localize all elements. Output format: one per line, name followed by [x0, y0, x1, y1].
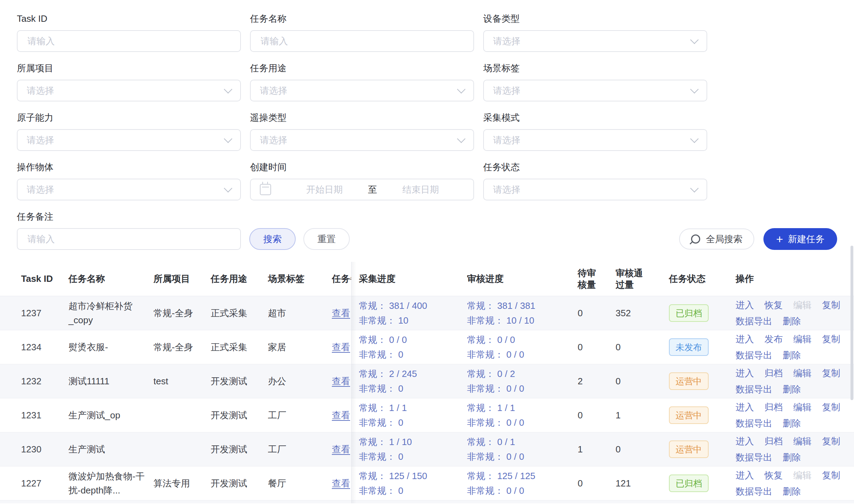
toolbar-right-group: 全局搜索 + 新建任务 — [679, 228, 837, 250]
vertical-scrollbar-thumb[interactable] — [850, 246, 853, 400]
cell-project: test — [153, 364, 211, 398]
filter-select-purpose[interactable]: 请选择 — [250, 80, 474, 101]
view-remark-link[interactable]: 查看 — [332, 307, 350, 319]
action-enter[interactable]: 进入 — [736, 333, 754, 345]
table-row: 1237超市冷鲜柜补货_copy常规-全身正式采集超市查看常规：381 / 40… — [0, 296, 854, 330]
action-edit[interactable]: 编辑 — [793, 367, 812, 379]
action-export[interactable]: 数据导出 — [736, 485, 772, 497]
filter-field-task-id: Task ID — [17, 13, 241, 52]
cell-project — [153, 432, 211, 466]
cell-purpose: 正式采集 — [211, 296, 268, 330]
progress-label: 常规： — [359, 471, 386, 481]
action-delete[interactable]: 删除 — [783, 451, 801, 463]
filter-select-project[interactable]: 请选择 — [17, 80, 241, 101]
filter-input-task-remark[interactable] — [17, 228, 241, 250]
action-enter[interactable]: 进入 — [736, 401, 754, 413]
task-id-value: 1230 — [21, 444, 41, 455]
filter-input-task-id[interactable] — [17, 30, 241, 52]
action-export[interactable]: 数据导出 — [736, 349, 772, 361]
scene-value: 办公 — [268, 374, 286, 388]
filter-select-atomic-capability[interactable]: 请选择 — [17, 129, 241, 151]
new-task-button[interactable]: + 新建任务 — [763, 228, 837, 250]
progress-line: 非常规：0 / 0 — [467, 483, 524, 498]
filter-select-scene-tag[interactable]: 请选择 — [483, 80, 707, 101]
view-remark-link[interactable]: 查看 — [332, 477, 350, 490]
progress-value: 0 / 0 — [506, 383, 524, 394]
cell-review: 常规：0 / 1非常规：0 / 0 — [467, 432, 574, 466]
filter-select-teleop-type[interactable]: 请选择 — [250, 129, 474, 151]
global-search-button[interactable]: 全局搜索 — [679, 228, 754, 250]
filter-select-collect-mode[interactable]: 请选择 — [483, 129, 707, 151]
filter-input-task-name[interactable] — [250, 30, 474, 52]
action-publish[interactable]: 发布 — [764, 333, 783, 345]
view-remark-link[interactable]: 查看 — [332, 341, 350, 353]
action-export[interactable]: 数据导出 — [736, 451, 772, 463]
cell-scene: 工厂 — [268, 432, 332, 466]
cell-purpose: 开发测试 — [211, 364, 268, 398]
task-table: Task ID任务名称所属项目任务用途场景标签任务备注采集进度审核进度待审核量审… — [0, 262, 854, 503]
action-delete[interactable]: 删除 — [783, 315, 801, 327]
action-restore[interactable]: 恢复 — [764, 469, 783, 481]
action-delete[interactable]: 删除 — [783, 485, 801, 497]
action-edit[interactable]: 编辑 — [793, 333, 812, 345]
cell-approved: 121 — [613, 466, 669, 500]
progress-line: 非常规：0 / 0 — [467, 347, 524, 362]
action-restore[interactable]: 恢复 — [764, 299, 783, 311]
column-header-purpose: 任务用途 — [211, 262, 268, 296]
action-export[interactable]: 数据导出 — [736, 315, 772, 327]
action-copy[interactable]: 复制 — [822, 367, 840, 379]
filter-select-device-type[interactable]: 请选择 — [483, 30, 707, 52]
action-copy[interactable]: 复制 — [822, 333, 840, 345]
action-edit[interactable]: 编辑 — [793, 435, 812, 447]
action-copy[interactable]: 复制 — [822, 435, 840, 447]
action-copy[interactable]: 复制 — [822, 401, 840, 413]
action-edit[interactable]: 编辑 — [793, 401, 812, 413]
progress-label: 常规： — [359, 369, 386, 379]
filter-daterange-create-time[interactable]: 开始日期至结束日期 — [250, 179, 474, 200]
progress-value: 0 — [398, 451, 403, 462]
progress-value: 0 / 0 — [506, 349, 524, 360]
progress-label: 非常规： — [359, 383, 395, 394]
action-enter[interactable]: 进入 — [736, 367, 754, 379]
action-enter[interactable]: 进入 — [736, 469, 754, 481]
action-delete[interactable]: 删除 — [783, 349, 801, 361]
progress-label: 常规： — [467, 403, 494, 413]
filter-select-object[interactable]: 请选择 — [17, 179, 241, 200]
action-edit[interactable]: 编辑 — [793, 299, 812, 311]
cell-collect: 常规：2 / 245非常规：0 — [351, 364, 467, 398]
action-delete[interactable]: 删除 — [783, 417, 801, 429]
cell-project: 常规-全身 — [153, 296, 211, 330]
action-archive[interactable]: 归档 — [764, 401, 783, 413]
action-edit[interactable]: 编辑 — [793, 469, 812, 481]
search-button[interactable]: 搜索 — [249, 228, 296, 250]
action-export[interactable]: 数据导出 — [736, 383, 772, 395]
view-remark-link[interactable]: 查看 — [332, 409, 350, 422]
column-header-collect: 采集进度 — [351, 262, 467, 296]
filter-select-task-status[interactable]: 请选择 — [483, 179, 707, 200]
view-remark-link[interactable]: 查看 — [332, 443, 350, 456]
column-header-approved: 审核通过量 — [613, 262, 669, 296]
action-copy[interactable]: 复制 — [822, 469, 840, 481]
action-delete[interactable]: 删除 — [783, 383, 801, 395]
action-enter[interactable]: 进入 — [736, 299, 754, 311]
progress-label: 非常规： — [467, 315, 504, 326]
pending-count: 0 — [578, 342, 583, 353]
progress-label: 常规： — [359, 437, 386, 447]
select-placeholder: 请选择 — [493, 184, 520, 196]
action-archive[interactable]: 归档 — [764, 435, 783, 447]
action-export[interactable]: 数据导出 — [736, 417, 772, 429]
cell-name: 超市冷鲜柜补货_copy — [68, 296, 153, 330]
action-enter[interactable]: 进入 — [736, 435, 754, 447]
approved-count: 0 — [616, 376, 620, 387]
cell-project: 常规-全身 — [153, 330, 211, 364]
reset-button[interactable]: 重置 — [303, 228, 350, 250]
cell-task-id: 1231 — [0, 398, 68, 432]
scene-value: 超市 — [268, 306, 286, 320]
progress-line: 常规：1 / 1 — [359, 400, 407, 415]
action-archive[interactable]: 归档 — [764, 367, 783, 379]
view-remark-link[interactable]: 查看 — [332, 375, 350, 387]
cell-pending: 1 — [574, 432, 613, 466]
column-label: 任务名称 — [68, 273, 105, 285]
action-copy[interactable]: 复制 — [822, 299, 840, 311]
table-row: 1234熨烫衣服-常规-全身正式采集家居查看常规：0 / 0非常规：0常规：0 … — [0, 330, 854, 364]
